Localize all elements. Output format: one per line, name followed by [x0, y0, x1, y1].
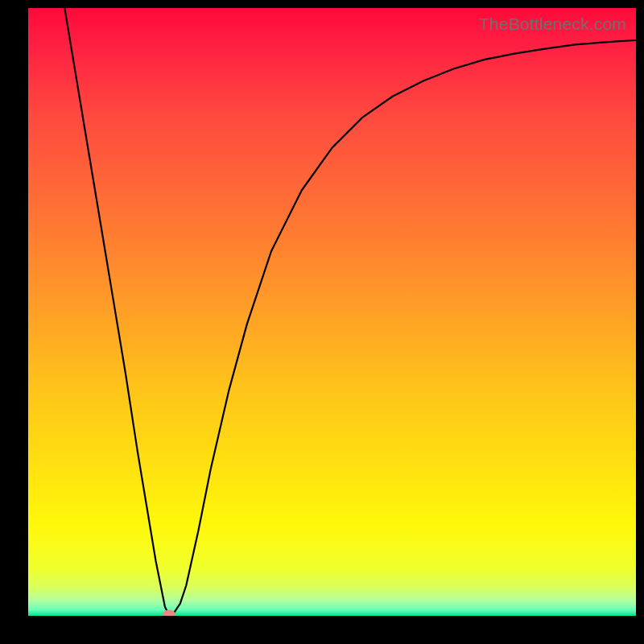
plot-svg: [28, 8, 636, 616]
gradient-background: [28, 8, 636, 616]
chart-frame: TheBottleneck.com: [0, 0, 644, 644]
watermark-text: TheBottleneck.com: [479, 14, 626, 34]
plot-area: TheBottleneck.com: [28, 8, 636, 616]
